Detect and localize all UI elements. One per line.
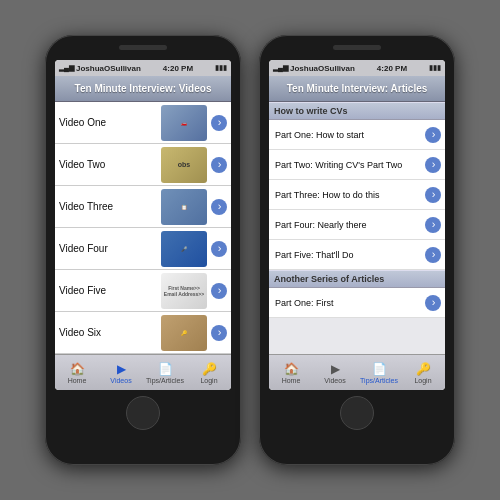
- phone-top-2: [267, 45, 447, 54]
- articles-list: How to write CVs Part One: How to start …: [269, 102, 445, 354]
- phone-articles: ▂▄▆ JoshuaOSullivan 4:20 PM ▮▮▮ Ten Minu…: [259, 35, 455, 465]
- chevron-article-4[interactable]: [425, 217, 441, 233]
- video-list: Video One 🚗 Video Two obs Video Three 📋 …: [55, 102, 231, 354]
- chevron-article-1[interactable]: [425, 127, 441, 143]
- chevron-article-5[interactable]: [425, 247, 441, 263]
- videos-icon-2: ▶: [331, 362, 340, 376]
- list-item[interactable]: Video Six 🔑: [55, 312, 231, 354]
- tab-videos-2[interactable]: ▶ Videos: [313, 362, 357, 384]
- tab-articles-label: Tips/Articles: [146, 377, 184, 384]
- phone-top: [53, 45, 233, 54]
- nav-bar-videos: Ten Minute Interview: Videos: [55, 76, 231, 102]
- nav-title-videos: Ten Minute Interview: Videos: [75, 83, 212, 94]
- carrier-label-2: JoshuaOSullivan: [290, 64, 355, 73]
- list-item[interactable]: Part One: First: [269, 288, 445, 318]
- tab-videos-label: Videos: [110, 377, 131, 384]
- section-header-1: How to write CVs: [269, 102, 445, 120]
- video-thumb-6: 🔑: [161, 315, 207, 351]
- home-icon-2: 🏠: [284, 362, 299, 376]
- video-label: Video Five: [59, 285, 157, 296]
- video-thumb-2: obs: [161, 147, 207, 183]
- time-label-2: 4:20 PM: [377, 64, 407, 73]
- article-label: Part One: How to start: [275, 130, 425, 140]
- time-label: 4:20 PM: [163, 64, 193, 73]
- status-bar-2: ▂▄▆ JoshuaOSullivan 4:20 PM ▮▮▮: [269, 60, 445, 76]
- article-label: Part Three: How to do this: [275, 190, 425, 200]
- video-thumb-3: 📋: [161, 189, 207, 225]
- tab-login-2[interactable]: 🔑 Login: [401, 362, 445, 384]
- chevron-article-2[interactable]: [425, 157, 441, 173]
- list-item[interactable]: Video Four 🎤: [55, 228, 231, 270]
- tab-articles-2[interactable]: 📄 Tips/Articles: [357, 362, 401, 384]
- articles-icon-2: 📄: [372, 362, 387, 376]
- tab-home[interactable]: 🏠 Home: [55, 362, 99, 384]
- tab-login-label-2: Login: [414, 377, 431, 384]
- screen-articles: ▂▄▆ JoshuaOSullivan 4:20 PM ▮▮▮ Ten Minu…: [269, 60, 445, 390]
- video-label-three: Video Three: [59, 201, 157, 212]
- video-thumb-1: 🚗: [161, 105, 207, 141]
- nav-bar-articles: Ten Minute Interview: Articles: [269, 76, 445, 102]
- articles-icon: 📄: [158, 362, 173, 376]
- chevron-button-4[interactable]: [211, 241, 227, 257]
- battery-icon: ▮▮▮: [215, 64, 227, 72]
- login-icon-2: 🔑: [416, 362, 431, 376]
- speaker-2: [333, 45, 381, 50]
- chevron-article-6[interactable]: [425, 295, 441, 311]
- list-item[interactable]: Part Three: How to do this: [269, 180, 445, 210]
- tab-home-2[interactable]: 🏠 Home: [269, 362, 313, 384]
- signal-icon-2: ▂▄▆: [273, 64, 288, 72]
- tab-bar-videos: 🏠 Home ▶ Videos 📄 Tips/Articles 🔑 Login: [55, 354, 231, 390]
- chevron-button-1[interactable]: [211, 115, 227, 131]
- tab-bar-articles: 🏠 Home ▶ Videos 📄 Tips/Articles 🔑 Login: [269, 354, 445, 390]
- tab-articles-label-2: Tips/Articles: [360, 377, 398, 384]
- chevron-article-3[interactable]: [425, 187, 441, 203]
- tab-videos-label-2: Videos: [324, 377, 345, 384]
- tab-login[interactable]: 🔑 Login: [187, 362, 231, 384]
- carrier-label: JoshuaOSullivan: [76, 64, 141, 73]
- chevron-button-6[interactable]: [211, 325, 227, 341]
- home-icon: 🏠: [70, 362, 85, 376]
- phone-videos: ▂▄▆ JoshuaOSullivan 4:20 PM ▮▮▮ Ten Minu…: [45, 35, 241, 465]
- video-label: Video Two: [59, 159, 157, 170]
- tab-home-label-2: Home: [282, 377, 301, 384]
- nav-title-articles: Ten Minute Interview: Articles: [287, 83, 428, 94]
- article-label: Part Two: Writing CV's Part Two: [275, 160, 425, 170]
- list-item[interactable]: Video Two obs: [55, 144, 231, 186]
- list-item[interactable]: Video One 🚗: [55, 102, 231, 144]
- video-label: Video Four: [59, 243, 157, 254]
- tab-home-label: Home: [68, 377, 87, 384]
- article-label: Part One: First: [275, 298, 425, 308]
- signal-icon: ▂▄▆: [59, 64, 74, 72]
- list-item[interactable]: Part Four: Nearly there: [269, 210, 445, 240]
- list-item[interactable]: Part One: How to start: [269, 120, 445, 150]
- chevron-button-2[interactable]: [211, 157, 227, 173]
- chevron-button-3[interactable]: [211, 199, 227, 215]
- chevron-button-5[interactable]: [211, 283, 227, 299]
- screen-videos: ▂▄▆ JoshuaOSullivan 4:20 PM ▮▮▮ Ten Minu…: [55, 60, 231, 390]
- video-thumb-4: 🎤: [161, 231, 207, 267]
- tab-videos[interactable]: ▶ Videos: [99, 362, 143, 384]
- list-item[interactable]: Part Two: Writing CV's Part Two: [269, 150, 445, 180]
- status-bar: ▂▄▆ JoshuaOSullivan 4:20 PM ▮▮▮: [55, 60, 231, 76]
- tab-login-label: Login: [200, 377, 217, 384]
- article-label: Part Four: Nearly there: [275, 220, 425, 230]
- video-thumb-5: First Name>>Email Address>>: [161, 273, 207, 309]
- list-item[interactable]: Part Five: That'll Do: [269, 240, 445, 270]
- article-label: Part Five: That'll Do: [275, 250, 425, 260]
- video-label: Video One: [59, 117, 157, 128]
- speaker: [119, 45, 167, 50]
- battery-icon-2: ▮▮▮: [429, 64, 441, 72]
- home-button-2[interactable]: [340, 396, 374, 430]
- video-label: Video Six: [59, 327, 157, 338]
- list-item[interactable]: Video Five First Name>>Email Address>>: [55, 270, 231, 312]
- videos-icon: ▶: [117, 362, 126, 376]
- home-button[interactable]: [126, 396, 160, 430]
- list-item[interactable]: Video Three 📋: [55, 186, 231, 228]
- login-icon: 🔑: [202, 362, 217, 376]
- tab-articles[interactable]: 📄 Tips/Articles: [143, 362, 187, 384]
- section-header-2: Another Series of Articles: [269, 270, 445, 288]
